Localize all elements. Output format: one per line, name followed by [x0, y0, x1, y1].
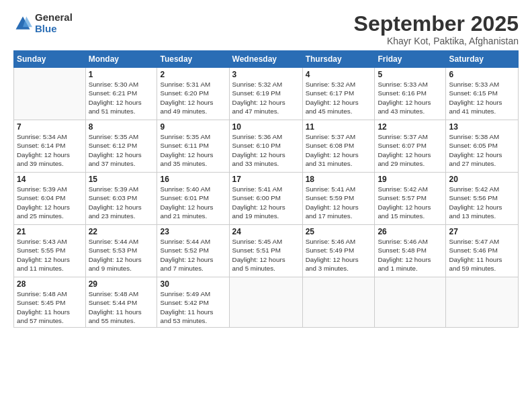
day-info: Sunrise: 5:49 AM Sunset: 5:42 PM Dayligh…: [160, 289, 226, 325]
day-info: Sunrise: 5:47 AM Sunset: 5:46 PM Dayligh…: [449, 237, 515, 273]
day-info: Sunrise: 5:34 AM Sunset: 6:14 PM Dayligh…: [17, 132, 83, 168]
day-number: 3: [232, 70, 300, 79]
day-number: 20: [449, 175, 515, 184]
col-friday: Friday: [375, 51, 446, 68]
calendar-table: Sunday Monday Tuesday Wednesday Thursday…: [13, 50, 519, 328]
day-number: 28: [17, 279, 83, 289]
day-info: Sunrise: 5:43 AM Sunset: 5:55 PM Dayligh…: [17, 237, 83, 273]
logo-icon: [13, 14, 32, 33]
day-info: Sunrise: 5:46 AM Sunset: 5:49 PM Dayligh…: [306, 237, 372, 273]
day-number: 12: [378, 122, 443, 132]
day-number: 4: [306, 70, 372, 79]
day-info: Sunrise: 5:44 AM Sunset: 5:52 PM Dayligh…: [160, 237, 226, 273]
table-row: 3Sunrise: 5:32 AM Sunset: 6:19 PM Daylig…: [229, 68, 302, 120]
calendar-week-row: 1Sunrise: 5:30 AM Sunset: 6:21 PM Daylig…: [14, 68, 519, 120]
table-row: [375, 277, 446, 328]
title-block: September 2025 Khayr Kot, Paktika, Afgha…: [354, 12, 519, 46]
day-number: 8: [89, 122, 154, 132]
day-number: 22: [89, 227, 154, 236]
logo-general: General: [35, 12, 73, 24]
logo-blue: Blue: [35, 24, 73, 35]
day-number: 9: [160, 122, 226, 132]
table-row: 19Sunrise: 5:42 AM Sunset: 5:57 PM Dayli…: [375, 173, 446, 225]
table-row: 29Sunrise: 5:48 AM Sunset: 5:44 PM Dayli…: [85, 277, 157, 328]
calendar-week-row: 7Sunrise: 5:34 AM Sunset: 6:14 PM Daylig…: [14, 120, 519, 173]
day-info: Sunrise: 5:37 AM Sunset: 6:08 PM Dayligh…: [306, 132, 372, 168]
table-row: 7Sunrise: 5:34 AM Sunset: 6:14 PM Daylig…: [14, 120, 86, 173]
day-number: 19: [378, 175, 443, 184]
day-number: 24: [232, 227, 300, 236]
day-info: Sunrise: 5:40 AM Sunset: 6:01 PM Dayligh…: [160, 185, 226, 220]
day-number: 27: [449, 227, 515, 236]
day-number: 14: [17, 175, 83, 184]
day-number: 13: [449, 122, 515, 132]
day-number: 2: [160, 70, 226, 79]
col-monday: Monday: [85, 51, 157, 68]
day-number: 11: [306, 122, 372, 132]
calendar-week-row: 21Sunrise: 5:43 AM Sunset: 5:55 PM Dayli…: [14, 225, 519, 277]
table-row: 22Sunrise: 5:44 AM Sunset: 5:53 PM Dayli…: [85, 225, 157, 277]
table-row: [446, 277, 519, 328]
table-row: 14Sunrise: 5:39 AM Sunset: 6:04 PM Dayli…: [14, 173, 86, 225]
day-number: 15: [89, 175, 154, 184]
day-info: Sunrise: 5:48 AM Sunset: 5:44 PM Dayligh…: [89, 289, 154, 325]
day-number: 6: [449, 70, 515, 79]
day-info: Sunrise: 5:46 AM Sunset: 5:48 PM Dayligh…: [378, 237, 443, 273]
table-row: [14, 68, 86, 120]
table-row: 12Sunrise: 5:37 AM Sunset: 6:07 PM Dayli…: [375, 120, 446, 173]
day-number: 1: [89, 70, 154, 79]
table-row: 27Sunrise: 5:47 AM Sunset: 5:46 PM Dayli…: [446, 225, 519, 277]
table-row: 11Sunrise: 5:37 AM Sunset: 6:08 PM Dayli…: [302, 120, 375, 173]
day-info: Sunrise: 5:31 AM Sunset: 6:20 PM Dayligh…: [160, 80, 226, 116]
day-number: 25: [306, 227, 372, 236]
table-row: 24Sunrise: 5:45 AM Sunset: 5:51 PM Dayli…: [229, 225, 302, 277]
col-sunday: Sunday: [14, 51, 86, 68]
day-number: 5: [378, 70, 443, 79]
day-info: Sunrise: 5:38 AM Sunset: 6:05 PM Dayligh…: [449, 132, 515, 168]
logo-text: General Blue: [35, 12, 73, 34]
table-row: 10Sunrise: 5:36 AM Sunset: 6:10 PM Dayli…: [229, 120, 302, 173]
day-number: 18: [306, 175, 372, 184]
logo: General Blue: [13, 12, 73, 34]
table-row: 21Sunrise: 5:43 AM Sunset: 5:55 PM Dayli…: [14, 225, 86, 277]
table-row: 18Sunrise: 5:41 AM Sunset: 5:59 PM Dayli…: [302, 173, 375, 225]
col-wednesday: Wednesday: [229, 51, 302, 68]
calendar-header-row: Sunday Monday Tuesday Wednesday Thursday…: [14, 51, 519, 68]
col-saturday: Saturday: [446, 51, 519, 68]
day-info: Sunrise: 5:41 AM Sunset: 6:00 PM Dayligh…: [232, 185, 300, 220]
day-info: Sunrise: 5:35 AM Sunset: 6:11 PM Dayligh…: [160, 132, 226, 168]
table-row: 28Sunrise: 5:48 AM Sunset: 5:45 PM Dayli…: [14, 277, 86, 328]
table-row: [302, 277, 375, 328]
table-row: 9Sunrise: 5:35 AM Sunset: 6:11 PM Daylig…: [157, 120, 229, 173]
day-info: Sunrise: 5:42 AM Sunset: 5:57 PM Dayligh…: [378, 185, 443, 220]
table-row: 5Sunrise: 5:33 AM Sunset: 6:16 PM Daylig…: [375, 68, 446, 120]
day-info: Sunrise: 5:36 AM Sunset: 6:10 PM Dayligh…: [232, 132, 300, 168]
day-info: Sunrise: 5:32 AM Sunset: 6:17 PM Dayligh…: [306, 80, 372, 116]
table-row: [229, 277, 302, 328]
table-row: 8Sunrise: 5:35 AM Sunset: 6:12 PM Daylig…: [85, 120, 157, 173]
day-info: Sunrise: 5:30 AM Sunset: 6:21 PM Dayligh…: [89, 80, 154, 116]
calendar-week-row: 14Sunrise: 5:39 AM Sunset: 6:04 PM Dayli…: [14, 173, 519, 225]
col-thursday: Thursday: [302, 51, 375, 68]
header: General Blue September 2025 Khayr Kot, P…: [13, 12, 519, 46]
day-info: Sunrise: 5:35 AM Sunset: 6:12 PM Dayligh…: [89, 132, 154, 168]
table-row: 30Sunrise: 5:49 AM Sunset: 5:42 PM Dayli…: [157, 277, 229, 328]
day-info: Sunrise: 5:33 AM Sunset: 6:15 PM Dayligh…: [449, 80, 515, 116]
table-row: 25Sunrise: 5:46 AM Sunset: 5:49 PM Dayli…: [302, 225, 375, 277]
table-row: 2Sunrise: 5:31 AM Sunset: 6:20 PM Daylig…: [157, 68, 229, 120]
day-number: 7: [17, 122, 83, 132]
table-row: 13Sunrise: 5:38 AM Sunset: 6:05 PM Dayli…: [446, 120, 519, 173]
day-info: Sunrise: 5:44 AM Sunset: 5:53 PM Dayligh…: [89, 237, 154, 273]
day-info: Sunrise: 5:42 AM Sunset: 5:56 PM Dayligh…: [449, 185, 515, 220]
day-number: 17: [232, 175, 300, 184]
day-number: 21: [17, 227, 83, 236]
day-number: 26: [378, 227, 443, 236]
table-row: 1Sunrise: 5:30 AM Sunset: 6:21 PM Daylig…: [85, 68, 157, 120]
main-title: September 2025: [354, 12, 519, 36]
day-info: Sunrise: 5:39 AM Sunset: 6:04 PM Dayligh…: [17, 185, 83, 220]
calendar-week-row: 28Sunrise: 5:48 AM Sunset: 5:45 PM Dayli…: [14, 277, 519, 328]
subtitle: Khayr Kot, Paktika, Afghanistan: [354, 36, 519, 46]
page: General Blue September 2025 Khayr Kot, P…: [0, 0, 532, 411]
table-row: 23Sunrise: 5:44 AM Sunset: 5:52 PM Dayli…: [157, 225, 229, 277]
table-row: 16Sunrise: 5:40 AM Sunset: 6:01 PM Dayli…: [157, 173, 229, 225]
